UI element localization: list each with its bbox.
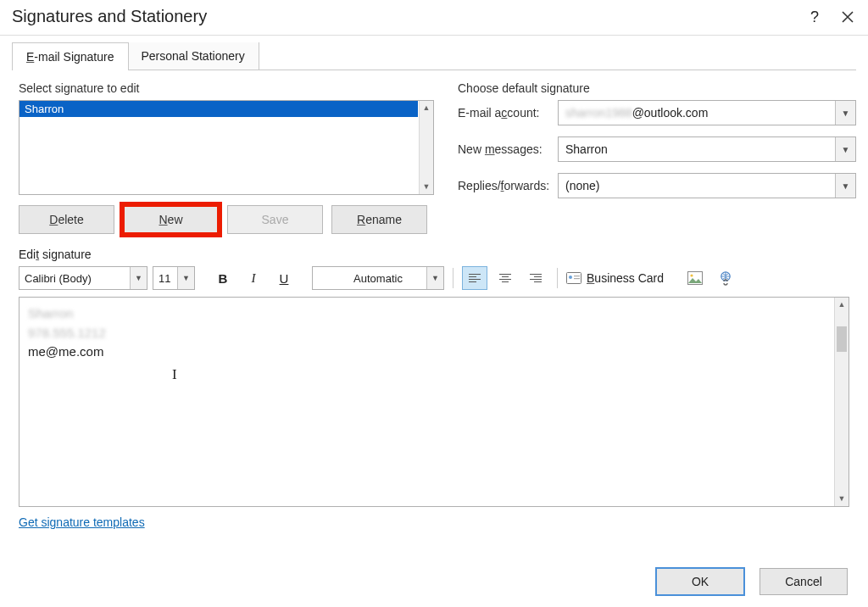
align-center-button[interactable] (492, 266, 518, 290)
email-account-label: E-mail account: (458, 106, 558, 120)
underline-button[interactable]: U (271, 266, 297, 290)
text-cursor-icon: I (172, 364, 177, 386)
ok-button[interactable]: OK (656, 568, 744, 595)
delete-button[interactable]: Delete (19, 205, 114, 234)
business-card-icon (566, 272, 581, 284)
listbox-scrollbar[interactable]: ▲ ▼ (419, 101, 433, 194)
close-icon[interactable] (841, 10, 854, 24)
select-signature-label: Select signature to edit (19, 81, 441, 95)
insert-picture-button[interactable] (682, 266, 708, 290)
get-templates-link[interactable]: Get signature templates (19, 515, 868, 529)
align-right-button[interactable] (523, 266, 548, 290)
font-family-select[interactable]: Calibri (Body) ▼ (19, 266, 147, 290)
signature-listbox[interactable]: Sharron ▲ ▼ (19, 100, 434, 195)
chevron-down-icon[interactable]: ▼ (426, 267, 443, 289)
signature-editor[interactable]: Sharron 978.555.1212 me@me.com I ▲ ▼ (19, 297, 849, 507)
default-signature-label: Choose default signature (458, 81, 856, 95)
align-left-button[interactable] (462, 266, 487, 290)
editor-line: me@me.com (28, 342, 840, 362)
font-color-select[interactable]: Automatic ▼ (312, 266, 444, 290)
insert-hyperlink-button[interactable] (713, 266, 738, 290)
toolbar-divider (453, 268, 453, 288)
scroll-down-icon[interactable]: ▼ (835, 492, 849, 506)
help-icon[interactable]: ? (810, 9, 819, 25)
picture-icon (687, 271, 703, 285)
scroll-down-icon[interactable]: ▼ (420, 180, 433, 194)
chevron-down-icon[interactable]: ▼ (177, 267, 194, 289)
globe-link-icon (718, 270, 733, 286)
align-center-icon (499, 274, 511, 282)
cancel-button[interactable]: Cancel (760, 568, 848, 595)
align-right-icon (530, 274, 542, 282)
toolbar-divider (557, 268, 558, 288)
chevron-down-icon[interactable]: ▼ (835, 101, 855, 125)
new-messages-select[interactable]: Sharron ▼ (558, 136, 856, 162)
chevron-down-icon[interactable]: ▼ (130, 267, 147, 289)
font-size-select[interactable]: 11 ▼ (153, 266, 195, 290)
edit-signature-label: Edit signature (19, 248, 868, 261)
tab-personal-stationery[interactable]: Personal Stationery (128, 42, 259, 70)
formatting-toolbar: Calibri (Body) ▼ 11 ▼ B I U Automatic ▼ (19, 266, 849, 290)
bold-button[interactable]: B (210, 266, 236, 290)
tab-email-signature[interactable]: E-mail Signature (12, 42, 129, 70)
svg-rect-3 (574, 278, 580, 279)
svg-rect-2 (574, 276, 580, 276)
rename-button[interactable]: Rename (331, 205, 427, 234)
email-account-select[interactable]: sharron1988@outlook.com ▼ (558, 100, 856, 125)
italic-button[interactable]: I (241, 266, 266, 290)
titlebar-text: Signatures and Stationery (12, 7, 810, 26)
scroll-up-icon[interactable]: ▲ (420, 101, 433, 115)
scroll-up-icon[interactable]: ▲ (835, 298, 849, 312)
tabs: E-mail Signature Personal Stationery (12, 42, 868, 70)
replies-forwards-label: Replies/forwards: (458, 179, 558, 192)
scrollbar-thumb[interactable] (837, 326, 847, 352)
editor-line: Sharron (28, 304, 840, 324)
editor-scrollbar[interactable]: ▲ ▼ (834, 298, 849, 506)
svg-point-1 (569, 276, 572, 279)
chevron-down-icon[interactable]: ▼ (835, 137, 855, 161)
align-left-icon (469, 274, 481, 282)
new-messages-label: New messages: (458, 142, 558, 156)
signature-list-item[interactable]: Sharron (19, 101, 418, 117)
titlebar: Signatures and Stationery ? (0, 0, 868, 36)
svg-point-5 (690, 274, 693, 276)
business-card-button[interactable]: Business Card (566, 271, 664, 285)
chevron-down-icon[interactable]: ▼ (835, 174, 855, 198)
save-button: Save (227, 205, 323, 234)
replies-forwards-select[interactable]: (none) ▼ (558, 173, 856, 198)
new-button[interactable]: New (123, 205, 219, 234)
editor-line: 978.555.1212 (28, 324, 840, 343)
